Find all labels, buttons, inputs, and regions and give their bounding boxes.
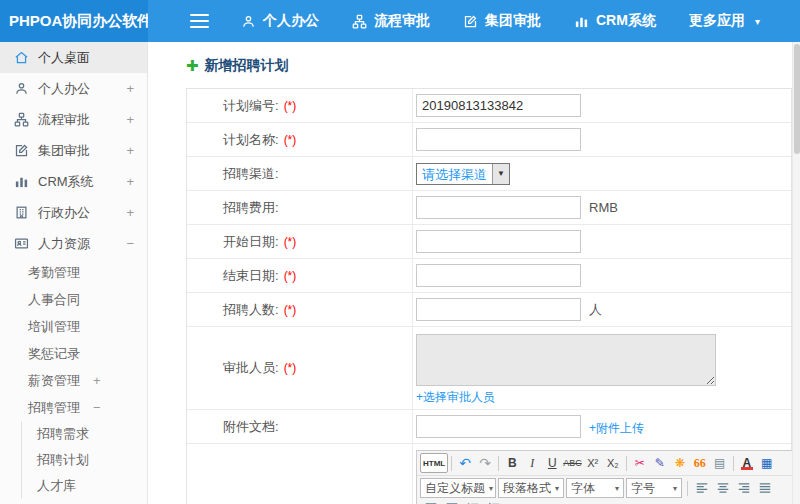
form-row-plan-name: 计划名称: (*) bbox=[187, 123, 791, 157]
format-brush-icon[interactable]: ❋ bbox=[670, 453, 690, 473]
sidebar-item-recruitment-needs[interactable]: 招聘需求 bbox=[22, 421, 147, 447]
sidebar-item-admin-office[interactable]: 行政办公 + bbox=[0, 197, 147, 228]
undo-button[interactable]: ↶ bbox=[455, 453, 475, 473]
collapse-minus-icon[interactable]: − bbox=[93, 400, 101, 415]
attachment-input[interactable] bbox=[416, 415, 581, 438]
background-color-button[interactable]: ▦ bbox=[757, 453, 777, 473]
sidebar-item-salary[interactable]: 薪资管理 + bbox=[0, 367, 147, 394]
top-navigation: 个人办公 流程审批 集团审批 CRM系统 更多应用 ▾ bbox=[241, 12, 760, 30]
form-row-channel: 招聘渠道: 请选择渠道 ▼ bbox=[187, 157, 791, 191]
headcount-input[interactable] bbox=[416, 298, 581, 321]
align-justify-icon[interactable] bbox=[754, 478, 775, 498]
form-row-approvers: 审批人员: (*) +选择审批人员 bbox=[187, 327, 791, 410]
app-title[interactable]: PHPOA协同办公软件 bbox=[0, 0, 148, 42]
sidebar-item-group-approval[interactable]: 集团审批 + bbox=[0, 135, 147, 166]
sidebar-item-label: 薪资管理 bbox=[28, 372, 80, 390]
sidebar-item-attendance[interactable]: 考勤管理 bbox=[0, 259, 147, 286]
topbar: PHPOA协同办公软件 个人办公 流程审批 集团审批 CRM系统 更多应用 ▾ bbox=[0, 0, 800, 42]
field-label: 招聘人数: bbox=[223, 301, 279, 319]
html-source-button[interactable]: HTML bbox=[420, 453, 448, 473]
bold-button[interactable]: B bbox=[502, 453, 522, 473]
expand-plus-icon[interactable]: + bbox=[126, 81, 134, 96]
topnav-label: 更多应用 bbox=[689, 12, 745, 30]
choose-approvers-link[interactable]: +选择审批人员 bbox=[416, 389, 495, 406]
topnav-label: 流程审批 bbox=[374, 12, 430, 30]
redo-button[interactable]: ↷ bbox=[475, 453, 495, 473]
topnav-more-apps[interactable]: 更多应用 ▾ bbox=[689, 12, 760, 30]
field-label: 计划编号: bbox=[223, 97, 279, 115]
field-label: 计划名称: bbox=[223, 131, 279, 149]
sidebar-item-personal-desktop[interactable]: 个人桌面 bbox=[0, 42, 147, 73]
sidebar-item-label: 培训管理 bbox=[28, 318, 80, 336]
expand-plus-icon[interactable]: + bbox=[126, 205, 134, 220]
outdent-icon[interactable] bbox=[420, 498, 441, 504]
collapse-minus-icon[interactable]: − bbox=[126, 236, 134, 251]
font-size-select[interactable]: 字号 ▾ bbox=[626, 478, 682, 498]
sidebar-item-recruitment-plan[interactable]: 招聘计划 bbox=[22, 447, 147, 473]
chart-icon bbox=[574, 14, 589, 29]
indent-icon[interactable] bbox=[441, 498, 462, 504]
form-row-attachment: 附件文档: +附件上传 bbox=[187, 410, 791, 444]
sidebar-group-human-resources: 考勤管理 人事合同 培训管理 奖惩记录 薪资管理 + 招聘管理 − 招聘需求 招… bbox=[0, 259, 147, 499]
channel-select[interactable]: 请选择渠道 ▼ bbox=[416, 163, 510, 185]
strikethrough-button[interactable]: ABC bbox=[562, 453, 583, 473]
required-mark: (*) bbox=[284, 361, 297, 375]
sidebar-item-talent-pool[interactable]: 人才库 bbox=[22, 473, 147, 499]
sidebar-group-recruitment: 招聘需求 招聘计划 人才库 bbox=[21, 421, 147, 499]
plan-name-input[interactable] bbox=[416, 128, 581, 151]
topnav-label: CRM系统 bbox=[596, 12, 656, 30]
start-date-input[interactable] bbox=[416, 230, 581, 253]
underline-button[interactable]: U bbox=[542, 453, 562, 473]
subscript-button[interactable]: X₂ bbox=[603, 453, 623, 473]
table-icon[interactable]: ▤ bbox=[710, 453, 730, 473]
sidebar-item-training[interactable]: 培训管理 bbox=[0, 313, 147, 340]
font-color-button[interactable]: A bbox=[737, 453, 757, 473]
align-left-icon[interactable] bbox=[691, 478, 712, 498]
sidebar-item-recruitment-management[interactable]: 招聘管理 − bbox=[0, 394, 147, 421]
expand-plus-icon[interactable]: + bbox=[126, 174, 134, 189]
font-family-select[interactable]: 字体 ▾ bbox=[566, 478, 624, 498]
ordered-list-icon[interactable] bbox=[483, 498, 504, 504]
cut-icon[interactable]: ✂ bbox=[630, 453, 650, 473]
toolbar-separator bbox=[733, 456, 734, 471]
align-center-icon[interactable] bbox=[712, 478, 733, 498]
vertical-scrollbar[interactable] bbox=[792, 42, 800, 504]
recruitment-plan-form: 计划编号: (*) 计划名称: (*) 招聘渠道: 请选择渠道 bbox=[186, 88, 792, 504]
end-date-input[interactable] bbox=[416, 264, 581, 287]
sidebar-item-personal-office[interactable]: 个人办公 + bbox=[0, 73, 147, 104]
topnav-process-approval[interactable]: 流程审批 bbox=[352, 12, 430, 30]
hamburger-menu-icon[interactable] bbox=[190, 10, 209, 32]
fee-input[interactable] bbox=[416, 196, 581, 219]
approvers-textarea[interactable] bbox=[416, 334, 716, 386]
sidebar-item-crm-system[interactable]: CRM系统 + bbox=[0, 166, 147, 197]
scrollbar-thumb[interactable] bbox=[794, 44, 800, 154]
expand-plus-icon[interactable]: + bbox=[93, 373, 101, 388]
expand-plus-icon[interactable]: + bbox=[126, 112, 134, 127]
italic-button[interactable]: I bbox=[522, 453, 542, 473]
topnav-crm-system[interactable]: CRM系统 bbox=[574, 12, 656, 30]
field-label: 招聘费用: bbox=[223, 199, 279, 217]
align-right-icon[interactable] bbox=[733, 478, 754, 498]
sidebar-item-label: 奖惩记录 bbox=[28, 345, 80, 363]
pencil-icon[interactable]: ✎ bbox=[650, 453, 670, 473]
expand-plus-icon[interactable]: + bbox=[126, 143, 134, 158]
sidebar-item-process-approval[interactable]: 流程审批 + bbox=[0, 104, 147, 135]
sidebar-item-human-resources[interactable]: 人力资源 − bbox=[0, 228, 147, 259]
custom-heading-select[interactable]: 自定义标题 ▾ bbox=[420, 478, 496, 498]
unordered-list-icon[interactable] bbox=[462, 498, 483, 504]
topnav-group-approval[interactable]: 集团审批 bbox=[463, 12, 541, 30]
sidebar-item-personnel-contract[interactable]: 人事合同 bbox=[0, 286, 147, 313]
flow-icon bbox=[352, 14, 367, 29]
blockquote-button[interactable]: 66 bbox=[690, 453, 710, 473]
topnav-personal-office[interactable]: 个人办公 bbox=[241, 12, 319, 30]
field-label: 附件文档: bbox=[223, 418, 279, 436]
sidebar-item-rewards[interactable]: 奖惩记录 bbox=[0, 340, 147, 367]
paragraph-format-select[interactable]: 段落格式 ▾ bbox=[498, 478, 564, 498]
superscript-button[interactable]: X² bbox=[583, 453, 603, 473]
chart-icon bbox=[14, 174, 29, 189]
home-icon bbox=[14, 50, 29, 65]
plan-number-input[interactable] bbox=[416, 94, 581, 117]
editor-toolbar-row2: 自定义标题 ▾ 段落格式 ▾ 字体 ▾ 字号 ▾ bbox=[417, 475, 792, 504]
caret-down-icon: ▾ bbox=[755, 16, 760, 27]
attachment-upload-link[interactable]: +附件上传 bbox=[589, 420, 644, 437]
